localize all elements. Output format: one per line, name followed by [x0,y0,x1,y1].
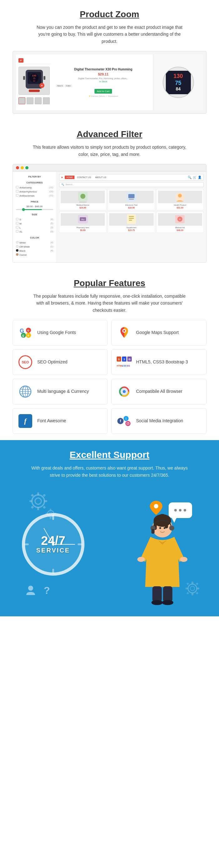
product-zoom-title: Product Zoom [12,9,207,20]
zoom-display-screen: 130 75 84 [166,71,191,94]
product-price-2: $18.50 [109,207,153,209]
compat-icon [117,384,132,399]
zoom-center-panel: Digital Thermometer X30 Pro Humming $29.… [54,65,153,99]
filter-product-1: Medical Device $24.99 [59,189,106,210]
filter-logo: ■ [61,176,63,179]
svg-marker-83 [172,518,177,523]
svg-text:g: g [22,334,24,337]
zoom-thumb-3[interactable] [35,97,42,104]
zoom-display-top: 130 [173,73,183,80]
svg-rect-108 [191,582,193,584]
filter-product-4: Rx Pharmacy Item $9.99 [59,212,106,233]
svg-point-102 [151,600,163,605]
product-img-6: + [158,213,202,226]
feature-social-media: f t Social Media Integration [112,408,207,434]
cart-icon[interactable]: 🛒 [193,176,196,179]
zoom-left-panel: P 130 75 84 [16,55,54,110]
product-name-1: Medical Device [61,204,105,206]
svg-rect-114 [186,592,189,594]
svg-rect-115 [196,592,198,594]
zoom-add-to-cart[interactable]: Add to Cart [94,89,112,94]
google-fonts-label: Using Google Fonts [37,330,76,336]
svg-text:o: o [27,334,29,337]
filter-search[interactable]: 🔍 Search... [59,182,204,187]
filter-cat-3: Antibacterials (11) [16,194,53,197]
user-icon[interactable]: 👤 [198,176,201,179]
support-title: Excellent Support [12,450,207,460]
svg-text:?: ? [44,585,50,596]
svg-point-12 [81,194,86,199]
gear-bottom-right-icon [185,581,200,597]
filter-body: FILTER BY Categories Antianxiety (11) An… [13,172,206,262]
zoom-thumb-2[interactable] [27,97,33,104]
feature-compat: Compatibile All Browser [112,379,207,404]
product-img-4: Rx [61,213,105,226]
filter-search-placeholder: Search... [65,183,74,186]
product-name-3: Health Product [158,204,202,206]
svg-rect-78 [50,509,51,511]
font-awesome-icon: f [18,413,33,429]
filter-size-label: Size [16,213,53,216]
social-media-label: Social Media Integration [136,418,183,424]
filter-nav-home[interactable]: HOME [65,176,74,179]
window-minimize-dot [21,166,24,169]
filter-price-handle[interactable] [22,208,25,211]
filter-color-white: White (4) [16,241,53,244]
window-bar [13,164,206,172]
svg-point-94 [164,527,165,529]
google-maps-label: Google Maps Support [136,330,179,336]
filter-product-3: Health Product $31.00 [156,189,204,210]
filter-price-label: Price [16,200,53,203]
svg-rect-24 [129,218,134,219]
svg-text:+: + [179,218,181,221]
feature-google-fonts: G o o g Using Google Fonts [12,320,107,346]
svg-point-107 [190,586,195,591]
filter-size-l: L (3) [16,226,53,229]
zoom-options: Size S Color [56,85,151,87]
svg-rect-70 [29,500,33,502]
svg-point-66 [32,495,44,507]
filter-product-grid: Medical Device $24.99 Electronic Tool [59,189,204,233]
google-fonts-icon: G o o g [18,325,33,340]
svg-rect-97 [151,529,155,534]
popular-features-section: Popular Features The popular features in… [0,269,219,440]
svg-point-38 [123,330,125,332]
svg-point-106 [188,584,197,593]
filter-price-range: $9.00 - $46.00 [16,205,53,208]
popular-features-title: Popular Features [12,278,207,288]
filter-product-2: Electronic Tool $18.50 [107,189,155,210]
svg-text:130: 130 [32,74,36,77]
zoom-thumb-4[interactable] [43,97,50,104]
zoom-product-price: $29.11 [56,72,151,76]
filter-header-icons: 🔍 🛒 👤 [188,176,201,179]
advanced-filter-section: Advanced Filter This feature allows visi… [0,120,219,269]
search-icon[interactable]: 🔍 [188,176,191,179]
feature-seo: SEO SEO Optimized [12,349,107,375]
seo-badge: SEO [19,355,32,369]
question-mark-icon: ? [44,585,53,597]
filter-nav-contact[interactable]: CONTACT US [75,176,93,179]
advanced-filter-title: Advanced Filter [12,129,207,139]
product-name-5: Supplement [109,227,153,228]
filter-mockup: FILTER BY Categories Antianxiety (11) An… [12,164,207,262]
svg-rect-111 [196,588,199,589]
product-price-6: $46.00 [158,229,202,231]
logo-badge: P [19,58,24,63]
product-img-3 [158,191,202,203]
features-grid: G o o g Using Google Fonts [12,320,207,434]
svg-rect-23 [129,216,134,217]
svg-text:84: 84 [33,80,35,82]
search-icon-small: 🔍 [61,183,64,186]
excellent-support-section: Excellent Support With great deals and o… [0,440,219,616]
product-img-2 [109,191,153,203]
zoom-thumb-1[interactable] [19,97,25,104]
svg-point-67 [35,498,41,504]
filter-nav-about[interactable]: ABOUT US [94,176,108,179]
svg-text:CSS: CSS [122,365,127,367]
bottom-person-icon [25,585,36,597]
svg-point-84 [174,509,177,512]
product-img-5 [109,213,153,226]
svg-rect-25 [129,220,132,221]
svg-point-86 [184,509,186,512]
svg-rect-101 [163,586,173,602]
